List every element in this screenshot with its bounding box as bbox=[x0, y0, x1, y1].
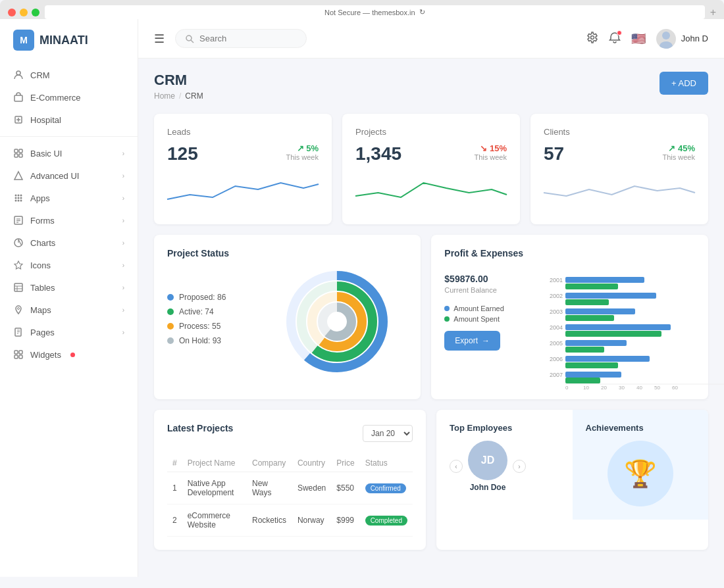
hospital-icon bbox=[13, 114, 24, 125]
svg-text:10: 10 bbox=[583, 385, 589, 391]
new-tab-icon[interactable]: + bbox=[710, 7, 716, 18]
bottom-row: Latest Projects Jan 20 Feb 20 Mar 20 # P… bbox=[154, 410, 708, 550]
sidebar-item-hospital[interactable]: Hospital bbox=[0, 109, 138, 131]
stat-period-leads: This week bbox=[286, 153, 319, 161]
carousel-next-button[interactable]: › bbox=[513, 460, 526, 473]
row-status: Completed bbox=[360, 504, 413, 537]
stat-card-leads: Leads 125 ↗ 5% This week bbox=[154, 114, 332, 224]
svg-text:2007: 2007 bbox=[550, 372, 563, 378]
svg-rect-61 bbox=[565, 308, 635, 314]
svg-point-13 bbox=[15, 197, 17, 199]
sidebar-item-basic-ui[interactable]: Basic UI › bbox=[0, 142, 138, 164]
svg-point-18 bbox=[20, 200, 22, 202]
row-company: Rocketics bbox=[247, 504, 292, 537]
sidebar-item-ecommerce[interactable]: E-Commerce bbox=[0, 86, 138, 109]
latest-projects-title: Latest Projects bbox=[167, 423, 233, 433]
logo-icon: M bbox=[13, 30, 34, 51]
breadcrumb-separator: / bbox=[179, 91, 181, 101]
sidebar-item-crm[interactable]: CRM bbox=[0, 64, 138, 86]
employees-card: Top Employees ‹ JD John Doe › bbox=[436, 410, 708, 550]
stat-card-projects: Projects 1,345 ↘ 15% This week bbox=[342, 114, 520, 224]
achievements-illustration: 🏆 bbox=[608, 441, 673, 506]
apps-icon bbox=[13, 193, 24, 203]
bar-chart: 2001 2002 2003 2004 2005 2006 2007 bbox=[547, 269, 724, 386]
legend-dot-active bbox=[167, 308, 174, 315]
legend-process: Process: 55 bbox=[167, 322, 253, 331]
project-status-card: Project Status Proposed: 86 Active: 74 bbox=[154, 235, 421, 399]
sidebar-label-hospital: Hospital bbox=[30, 115, 61, 125]
language-selector[interactable]: 🇺🇸 bbox=[631, 32, 646, 46]
export-button[interactable]: Export → bbox=[444, 331, 500, 351]
sidebar-label-advanced-ui: Advanced UI bbox=[30, 171, 79, 181]
col-price: Price bbox=[331, 454, 359, 472]
top-employees-title: Top Employees bbox=[450, 423, 559, 433]
maximize-button[interactable] bbox=[32, 9, 39, 16]
sidebar-item-widgets[interactable]: Widgets bbox=[0, 343, 138, 366]
sidebar-label-ecommerce: E-Commerce bbox=[30, 93, 81, 103]
sidebar-top-items: CRM E-Commerce Hospital bbox=[0, 64, 138, 131]
svg-rect-66 bbox=[565, 347, 604, 353]
refresh-icon[interactable]: ↻ bbox=[419, 8, 425, 16]
employee-initials: JD bbox=[481, 454, 494, 466]
top-employees-section: Top Employees ‹ JD John Doe › bbox=[436, 410, 573, 520]
col-company: Company bbox=[247, 454, 292, 472]
search-input[interactable] bbox=[199, 34, 285, 43]
maps-icon bbox=[13, 305, 24, 315]
svg-point-40 bbox=[662, 32, 670, 39]
user-name: John D bbox=[681, 34, 708, 43]
ecommerce-icon bbox=[13, 92, 24, 103]
chevron-right-icon: › bbox=[122, 150, 124, 157]
row-status: Confirmed bbox=[360, 472, 413, 504]
stat-card-clients: Clients 57 ↗ 45% This week bbox=[530, 114, 708, 224]
carousel-prev-button[interactable]: ‹ bbox=[450, 460, 463, 473]
main-content: ☰ 🇺🇸 John D bbox=[138, 19, 724, 577]
traffic-lights bbox=[8, 9, 39, 16]
sidebar-item-advanced-ui[interactable]: Advanced UI › bbox=[0, 164, 138, 187]
legend-onhold: On Hold: 93 bbox=[167, 336, 253, 345]
sidebar-item-pages[interactable]: Pages › bbox=[0, 321, 138, 343]
svg-text:2005: 2005 bbox=[550, 340, 563, 347]
profit-amount: $59876.00 bbox=[444, 269, 536, 286]
sidebar-label-maps: Maps bbox=[30, 305, 51, 315]
svg-rect-62 bbox=[565, 315, 614, 321]
close-button[interactable] bbox=[8, 9, 16, 16]
svg-rect-6 bbox=[19, 149, 22, 153]
stat-period-projects: This week bbox=[474, 153, 507, 161]
sidebar-divider bbox=[0, 136, 138, 137]
profit-legend: Amount Earned Amount Spent bbox=[444, 305, 536, 323]
forms-icon bbox=[13, 215, 24, 226]
crm-icon bbox=[13, 70, 24, 80]
sidebar-label-crm: CRM bbox=[30, 70, 50, 80]
table-row: 2 eCommerce Website Rocketics Norway $99… bbox=[167, 504, 413, 537]
sidebar-item-charts[interactable]: Charts › bbox=[0, 232, 138, 254]
menu-toggle-button[interactable]: ☰ bbox=[154, 32, 165, 46]
svg-text:2002: 2002 bbox=[550, 293, 563, 299]
add-button[interactable]: + ADD bbox=[659, 72, 708, 95]
profit-dot-spent bbox=[444, 316, 450, 322]
svg-text:60: 60 bbox=[672, 385, 678, 391]
chevron-right-icon: › bbox=[122, 195, 124, 202]
svg-text:2001: 2001 bbox=[550, 277, 563, 283]
svg-point-12 bbox=[20, 195, 22, 197]
icons-icon bbox=[13, 260, 24, 270]
svg-point-15 bbox=[20, 197, 22, 199]
svg-text:20: 20 bbox=[601, 385, 607, 391]
sidebar-item-icons[interactable]: Icons › bbox=[0, 254, 138, 276]
profit-title: Profit & Expenses bbox=[444, 248, 695, 258]
stat-label-leads: Leads bbox=[167, 127, 319, 137]
donut-chart bbox=[266, 269, 407, 374]
minimize-button[interactable] bbox=[20, 9, 28, 16]
settings-button[interactable] bbox=[586, 32, 598, 46]
sidebar-item-tables[interactable]: Tables › bbox=[0, 276, 138, 299]
breadcrumb-home[interactable]: Home bbox=[154, 91, 175, 101]
date-filter[interactable]: Jan 20 Feb 20 Mar 20 bbox=[363, 425, 413, 442]
svg-point-38 bbox=[186, 36, 192, 41]
sidebar-label-basic-ui: Basic UI bbox=[30, 149, 62, 159]
notifications-button[interactable] bbox=[609, 32, 621, 46]
row-country: Norway bbox=[292, 504, 331, 537]
sidebar-item-apps[interactable]: Apps › bbox=[0, 187, 138, 209]
sidebar-item-maps[interactable]: Maps › bbox=[0, 299, 138, 321]
svg-rect-60 bbox=[565, 299, 609, 305]
sidebar-item-forms[interactable]: Forms › bbox=[0, 209, 138, 232]
user-menu[interactable]: John D bbox=[656, 29, 708, 49]
